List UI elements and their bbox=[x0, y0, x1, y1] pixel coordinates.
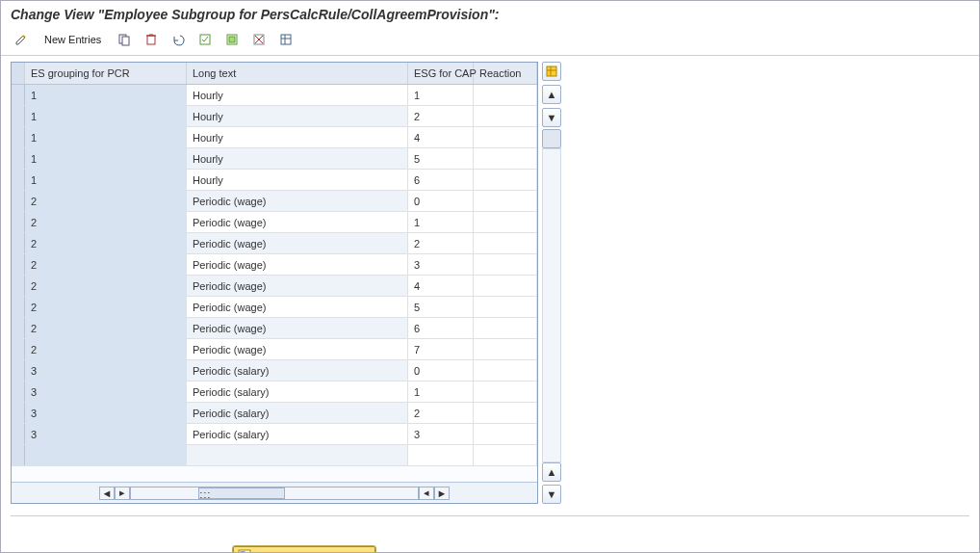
cell-cap[interactable]: 4 bbox=[408, 127, 474, 147]
cell-cap[interactable]: 1 bbox=[408, 382, 474, 402]
row-selector[interactable] bbox=[12, 360, 25, 381]
row-selector[interactable] bbox=[12, 382, 25, 402]
cell-cap[interactable]: 2 bbox=[408, 106, 474, 126]
cell-reaction[interactable] bbox=[474, 297, 537, 317]
cell-reaction[interactable] bbox=[474, 233, 537, 253]
copy-as-icon[interactable] bbox=[114, 30, 135, 49]
table-settings-icon[interactable] bbox=[275, 30, 297, 49]
table-row[interactable]: 2Periodic (wage)5 bbox=[12, 297, 537, 318]
cell-cap[interactable]: 5 bbox=[408, 148, 474, 169]
table-row[interactable]: 2Periodic (wage)7 bbox=[12, 339, 537, 360]
row-selector[interactable] bbox=[12, 148, 25, 169]
table-row[interactable]: 1Hourly5 bbox=[12, 148, 537, 170]
cell-cap[interactable]: 2 bbox=[408, 403, 474, 423]
cell-reaction[interactable] bbox=[474, 445, 537, 465]
cell-cap[interactable]: 6 bbox=[408, 318, 474, 338]
cell-pcr[interactable]: 2 bbox=[25, 212, 187, 232]
table-row[interactable]: 3Periodic (salary)1 bbox=[12, 382, 537, 403]
cell-pcr[interactable]: 2 bbox=[25, 254, 187, 275]
cell-cap[interactable]: 3 bbox=[408, 254, 474, 275]
row-selector[interactable] bbox=[12, 276, 25, 296]
cell-reaction[interactable] bbox=[474, 254, 537, 275]
cell-pcr[interactable]: 2 bbox=[25, 339, 187, 359]
table-row[interactable]: 1Hourly4 bbox=[12, 127, 537, 148]
h-scroll-track[interactable]: ꞉꞉꞉ bbox=[130, 487, 419, 500]
h-scroll-thumb[interactable]: ꞉꞉꞉ bbox=[198, 487, 285, 499]
table-row[interactable]: 1Hourly1 bbox=[12, 85, 537, 106]
cell-pcr[interactable]: 3 bbox=[25, 424, 187, 444]
cell-cap[interactable] bbox=[408, 445, 474, 465]
undo-change-icon[interactable] bbox=[168, 30, 189, 49]
row-selector[interactable] bbox=[12, 403, 25, 423]
scroll-down-icon[interactable]: ▼ bbox=[542, 485, 561, 504]
table-row[interactable]: 2Periodic (wage)3 bbox=[12, 254, 537, 276]
cell-reaction[interactable] bbox=[474, 424, 537, 444]
cell-pcr[interactable]: 1 bbox=[25, 106, 187, 126]
cell-cap[interactable]: 6 bbox=[408, 170, 474, 190]
table-row[interactable]: 3Periodic (salary)0 bbox=[12, 360, 537, 382]
row-selector[interactable] bbox=[12, 424, 25, 444]
cell-pcr[interactable]: 2 bbox=[25, 233, 187, 253]
cell-reaction[interactable] bbox=[474, 403, 537, 423]
cell-pcr[interactable]: 1 bbox=[25, 170, 187, 190]
row-selector[interactable] bbox=[12, 233, 25, 253]
table-config-icon[interactable] bbox=[542, 62, 561, 81]
cell-cap[interactable]: 0 bbox=[408, 360, 474, 381]
table-row[interactable]: 3Periodic (salary)2 bbox=[12, 403, 537, 424]
row-selector[interactable] bbox=[12, 318, 25, 338]
table-row[interactable]: 1Hourly6 bbox=[12, 170, 537, 191]
cell-reaction[interactable] bbox=[474, 106, 537, 126]
cell-cap[interactable]: 1 bbox=[408, 85, 474, 105]
grid-horizontal-scrollbar[interactable]: ◄ ▸ ꞉꞉꞉ ◂ ► bbox=[12, 482, 537, 503]
cell-pcr[interactable]: 3 bbox=[25, 360, 187, 381]
table-row[interactable]: 1Hourly2 bbox=[12, 106, 537, 127]
cell-pcr[interactable]: 1 bbox=[25, 127, 187, 147]
table-row[interactable]: 2Periodic (wage)4 bbox=[12, 276, 537, 297]
cell-pcr[interactable]: 3 bbox=[25, 403, 187, 423]
select-block-icon[interactable] bbox=[221, 30, 243, 49]
cell-cap[interactable]: 1 bbox=[408, 212, 474, 232]
cell-reaction[interactable] bbox=[474, 191, 537, 211]
cell-reaction[interactable] bbox=[474, 212, 537, 232]
cell-reaction[interactable] bbox=[474, 85, 537, 105]
cell-reaction[interactable] bbox=[474, 382, 537, 402]
table-row[interactable]: 2Periodic (wage)1 bbox=[12, 212, 537, 233]
column-header-pcr[interactable]: ES grouping for PCR bbox=[25, 63, 187, 84]
toggle-display-change-icon[interactable] bbox=[11, 30, 32, 49]
row-selector[interactable] bbox=[12, 297, 25, 317]
cell-pcr[interactable]: 3 bbox=[25, 382, 187, 402]
cell-reaction[interactable] bbox=[474, 127, 537, 147]
cell-pcr[interactable]: 2 bbox=[25, 276, 187, 296]
row-selector[interactable] bbox=[12, 212, 25, 232]
cell-reaction[interactable] bbox=[474, 318, 537, 338]
cell-pcr[interactable]: 1 bbox=[25, 148, 187, 169]
scroll-right-icon[interactable]: ► bbox=[434, 487, 450, 500]
scroll-left-step-icon[interactable]: ▸ bbox=[115, 487, 130, 500]
position-button[interactable]: Position... bbox=[232, 545, 376, 553]
row-selector[interactable] bbox=[12, 445, 25, 465]
column-header-longtext[interactable]: Long text bbox=[187, 63, 408, 84]
table-row[interactable]: 2Periodic (wage)2 bbox=[12, 233, 537, 254]
scroll-down-top-icon[interactable]: ▼ bbox=[542, 108, 561, 127]
v-scroll-thumb[interactable] bbox=[542, 129, 561, 148]
v-scroll-track[interactable] bbox=[542, 148, 561, 462]
cell-cap[interactable]: 4 bbox=[408, 276, 474, 296]
scroll-left-icon[interactable]: ◄ bbox=[99, 487, 115, 500]
column-header-reaction[interactable]: Reaction bbox=[474, 63, 537, 84]
scroll-up-icon[interactable]: ▲ bbox=[542, 85, 561, 104]
row-selector[interactable] bbox=[12, 85, 25, 105]
column-header-cap[interactable]: ESG for CAP bbox=[408, 63, 474, 84]
cell-pcr[interactable] bbox=[25, 445, 187, 465]
row-selector[interactable] bbox=[12, 127, 25, 147]
cell-pcr[interactable]: 2 bbox=[25, 297, 187, 317]
table-row[interactable]: 3Periodic (salary)3 bbox=[12, 424, 537, 445]
cell-cap[interactable]: 3 bbox=[408, 424, 474, 444]
cell-reaction[interactable] bbox=[474, 360, 537, 381]
table-row[interactable]: 2Periodic (wage)6 bbox=[12, 318, 537, 339]
row-selector[interactable] bbox=[12, 191, 25, 211]
cell-pcr[interactable]: 2 bbox=[25, 191, 187, 211]
cell-pcr[interactable]: 2 bbox=[25, 318, 187, 338]
new-entries-button[interactable]: New Entries bbox=[38, 30, 108, 49]
cell-cap[interactable]: 7 bbox=[408, 339, 474, 359]
deselect-all-icon[interactable] bbox=[248, 30, 270, 49]
